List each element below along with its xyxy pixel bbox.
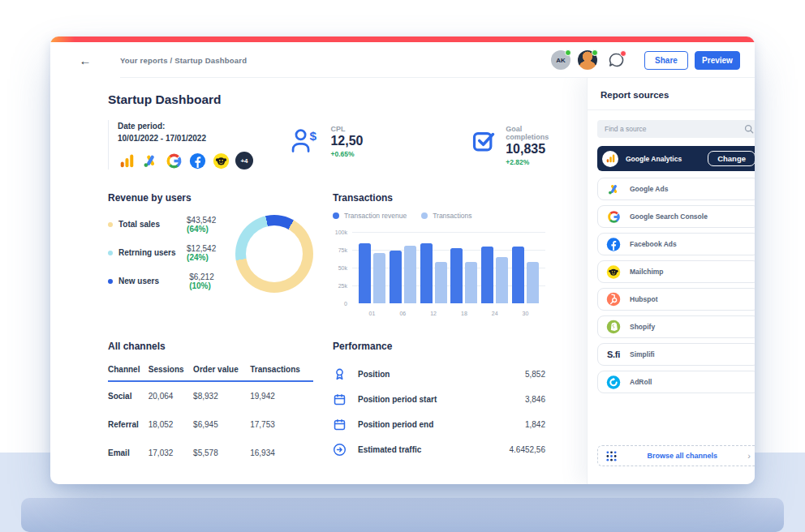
google-ads-icon — [606, 182, 621, 196]
checkbox-icon — [471, 128, 496, 152]
source-name: Mailchimp — [630, 268, 664, 276]
report-sources-panel: Report sources Google Analytics Change G… — [587, 78, 755, 484]
performance-label: Position period end — [358, 420, 525, 429]
performance-row: Position period end1,842 — [333, 412, 545, 437]
facebook-icon — [188, 152, 206, 169]
bar-pair — [512, 247, 539, 303]
table-header: Channel — [108, 360, 149, 381]
shopify-icon — [606, 320, 621, 334]
bar-pair — [450, 248, 477, 303]
widget-title: Transactions — [333, 192, 545, 204]
source-item-adroll[interactable]: AdRoll — [597, 371, 755, 393]
source-item-hubspot[interactable]: Hubspot — [597, 288, 755, 311]
table-cell: 17,753 — [250, 410, 313, 439]
table-cell: 20,064 — [149, 381, 193, 410]
person-dollar-icon: $ — [290, 128, 321, 153]
date-period-value: 10/01/2022 - 17/01/2022 — [118, 132, 253, 144]
source-item-google-search-console[interactable]: Google Search Console — [597, 205, 755, 228]
comments-button[interactable] — [607, 50, 626, 70]
table-row: Referral18,052$6,94517,753 — [108, 410, 313, 439]
bar — [359, 243, 371, 303]
legend-value: $12,542 (24%) — [187, 244, 235, 262]
legend-dot — [421, 212, 428, 219]
selected-source-google-analytics[interactable]: Google Analytics Change — [597, 146, 755, 171]
report-accent-bar — [50, 36, 755, 42]
apps-grid-icon — [606, 451, 617, 461]
calendar-icon — [333, 393, 347, 407]
metric-cpl: $ CPL 12,50 +0.65% — [290, 125, 421, 158]
bar — [450, 248, 463, 303]
widget-transactions: Transactions Transaction revenueTransact… — [333, 192, 545, 316]
source-item-shopify[interactable]: Shopify — [597, 315, 755, 338]
avatar-initials: AK — [556, 57, 566, 64]
bar — [512, 247, 524, 303]
performance-row: Estimated traffic4.6452,56 — [333, 437, 545, 462]
source-item-facebook-ads[interactable]: Facebook Ads — [597, 233, 755, 255]
widget-all-channels: All channels ChannelSessionsOrder valueT… — [108, 341, 313, 467]
chevron-right-icon: › — [747, 451, 751, 461]
performance-value: 1,842 — [525, 420, 545, 429]
source-list: Google AdsGoogle Search ConsoleFacebook … — [597, 178, 755, 398]
date-period-label: Date period: — [118, 120, 253, 132]
legend-label: New users — [118, 277, 189, 285]
more-sources-badge[interactable]: +4 — [235, 152, 253, 169]
performance-label: Position — [358, 370, 525, 379]
table-row: Social20,064$8,93219,942 — [108, 381, 313, 410]
app-window: ← Your reports / Startup Dashboard AK Sh… — [50, 36, 755, 484]
source-name: Facebook Ads — [630, 240, 677, 248]
avatar[interactable] — [578, 50, 597, 70]
source-name: Google Search Console — [630, 212, 708, 221]
bar — [465, 262, 477, 303]
share-button[interactable]: Share — [644, 51, 688, 70]
breadcrumb[interactable]: Your reports / Startup Dashboard — [120, 56, 247, 65]
legend-dot — [108, 222, 113, 227]
metric-delta: +0.65% — [330, 150, 363, 158]
browse-all-channels-label: Browse all channels — [617, 452, 747, 460]
online-status-dot — [565, 49, 571, 56]
x-axis-tick: 01 — [359, 311, 385, 316]
performance-value: 4.6452,56 — [510, 445, 546, 454]
table-cell: Email — [108, 439, 149, 467]
metric-delta: +2.82% — [506, 158, 562, 166]
source-search-input[interactable] — [597, 120, 755, 138]
widget-title: All channels — [108, 341, 313, 352]
x-axis-labels: 010612182430 — [352, 311, 545, 316]
bar-pair — [359, 243, 385, 303]
donut-legend-item: Retrning users$12,542 (24%) — [108, 238, 235, 267]
source-name: Shopify — [630, 323, 655, 331]
bar-pair — [481, 247, 508, 303]
adroll-icon — [606, 375, 621, 389]
widget-title: Revenue by users — [108, 192, 313, 204]
bar — [481, 247, 493, 303]
source-item-mailchimp[interactable]: Mailchimp — [597, 260, 755, 283]
bar-chart-legend: Transaction revenueTransactions — [333, 212, 545, 220]
date-period-block: Date period: 10/01/2022 - 17/01/2022 +4 — [108, 120, 253, 169]
x-axis-tick: 12 — [420, 311, 447, 316]
performance-label: Position period start — [358, 395, 525, 404]
notification-dot — [620, 50, 626, 57]
preview-button[interactable]: Preview — [695, 51, 740, 70]
legend-label: Retrning users — [118, 248, 187, 257]
table-cell: 18,052 — [149, 410, 193, 439]
bar — [420, 243, 433, 303]
table-row: Email17,032$5,57816,934 — [108, 439, 313, 467]
table-header: Sessions — [149, 360, 193, 381]
panel-title: Report sources — [588, 78, 755, 110]
x-axis-tick: 30 — [512, 311, 539, 316]
change-source-button[interactable]: Change — [708, 151, 755, 166]
bar — [527, 262, 539, 303]
donut-legend-item: Total sales$43,542 (64%) — [108, 210, 235, 238]
channels-table: ChannelSessionsOrder valueTransactions S… — [108, 360, 313, 467]
legend-item: Transactions — [421, 212, 471, 220]
metric-label: CPL — [330, 125, 363, 133]
avatar[interactable]: AK — [551, 50, 570, 70]
back-button[interactable]: ← — [50, 54, 120, 67]
source-item-simplifi[interactable]: S.fiSimplifi — [597, 343, 755, 366]
google-analytics-icon — [118, 152, 136, 169]
browse-all-channels-button[interactable]: Browse all channels › — [597, 445, 755, 466]
table-cell: Referral — [108, 410, 149, 439]
source-item-google-ads[interactable]: Google Ads — [597, 178, 755, 200]
connected-sources: +4 — [118, 152, 253, 169]
hubspot-icon — [606, 292, 621, 307]
google-analytics-icon — [602, 151, 618, 167]
